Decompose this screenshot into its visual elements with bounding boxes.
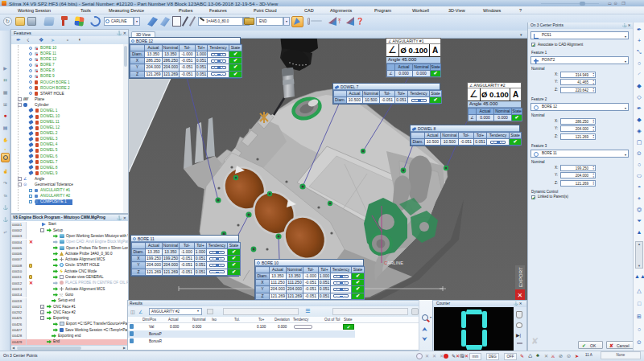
svg-text:EXPORT: EXPORT [518,267,523,287]
svg-text:CARLINE: CARLINE [384,260,403,265]
svg-text:✕: ✕ [518,292,523,299]
